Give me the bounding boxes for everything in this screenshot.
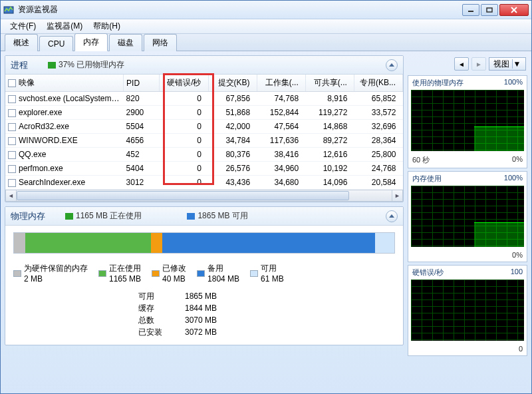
menu-monitor[interactable]: 监视器(M): [41, 19, 88, 33]
col-pid[interactable]: PID: [124, 75, 160, 92]
chevron-down-icon: ▼: [512, 59, 521, 69]
summary-row: 已安装3072 MB: [138, 326, 403, 338]
scroll-track[interactable]: [17, 190, 392, 201]
row-checkbox[interactable]: [8, 137, 16, 145]
table-row[interactable]: AcroRd32.exe5504042,00047,56414,86832,69…: [5, 120, 403, 134]
table-row[interactable]: WINWORD.EXE4656034,784117,63689,27228,36…: [5, 134, 403, 148]
legend-item: 可用61 MB: [250, 263, 284, 284]
physical-title: 物理内存: [11, 210, 45, 222]
table-row[interactable]: svchost.exe (LocalSystemN...820067,85674…: [5, 92, 403, 106]
graph-title: 硬错误/秒: [412, 268, 444, 278]
legend-item: 正在使用1165 MB: [98, 263, 141, 284]
usage-chip: [48, 62, 56, 69]
col-workingset[interactable]: 工作集(...: [257, 75, 305, 92]
scroll-left-arrow[interactable]: ◄: [6, 190, 17, 201]
svg-rect-2: [487, 8, 492, 12]
usage-text: 37% 已用物理内存: [59, 59, 124, 71]
tab-disk[interactable]: 磁盘: [109, 34, 142, 51]
maximize-button[interactable]: [481, 4, 498, 16]
table-header-row[interactable]: 映像 PID 硬错误/秒 提交(KB) 工作集(... 可共享(... 专用(K…: [5, 75, 403, 92]
graph-title: 使用的物理内存: [412, 78, 464, 88]
row-checkbox[interactable]: [8, 123, 16, 131]
memory-bar-segment: [375, 233, 394, 253]
graph-max: 100%: [504, 78, 523, 88]
tab-cpu[interactable]: CPU: [39, 36, 73, 51]
memory-bar-segment: [14, 233, 25, 253]
resource-monitor-window: 资源监视器 文件(F) 监视器(M) 帮助(H) 概述 CPU 内存 磁盘 网络…: [0, 0, 532, 394]
summary-row: 缓存1844 MB: [138, 302, 403, 314]
minimize-button[interactable]: [462, 4, 479, 16]
graph-foot-left: 60 秒: [412, 155, 430, 165]
graph-title: 内存使用: [412, 174, 442, 184]
processes-section: 进程 37% 已用物理内存 映像 PID 硬错误/秒 提交(KB) 工作集(..…: [5, 55, 404, 202]
physical-memory-section: 物理内存 1165 MB 正在使用 1865 MB 可用 为硬件保留的内存2 M…: [5, 206, 404, 345]
tabstrip: 概述 CPU 内存 磁盘 网络: [1, 34, 531, 51]
table-row[interactable]: SearchIndexer.exe3012043,43634,68014,096…: [5, 176, 403, 190]
col-commit[interactable]: 提交(KB): [208, 75, 257, 92]
memory-bar-segment: [162, 233, 375, 253]
memory-bar: [13, 232, 395, 254]
tab-network[interactable]: 网络: [144, 34, 177, 51]
checkbox-all[interactable]: [8, 79, 16, 87]
table-row[interactable]: QQ.exe452080,37638,41612,61625,800: [5, 148, 403, 162]
tab-overview[interactable]: 概述: [5, 34, 38, 51]
legend-item: 已修改40 MB: [152, 263, 186, 284]
graph-foot-right: 0%: [512, 155, 523, 165]
table-row[interactable]: perfmon.exe5404026,57634,96010,19224,768: [5, 162, 403, 176]
view-dropdown[interactable]: 视图 ▼: [489, 57, 526, 71]
process-table: 映像 PID 硬错误/秒 提交(KB) 工作集(... 可共享(... 专用(K…: [5, 75, 403, 190]
legend-item: 为硬件保留的内存2 MB: [13, 263, 88, 284]
row-checkbox[interactable]: [8, 179, 16, 187]
nav-prev-button[interactable]: ◄: [454, 57, 469, 71]
nav-next-button[interactable]: ►: [471, 57, 486, 71]
graph-box: 硬错误/秒1000: [408, 265, 527, 356]
summary-row: 可用1865 MB: [138, 290, 403, 302]
row-checkbox[interactable]: [8, 151, 16, 159]
memory-legend: 为硬件保留的内存2 MB正在使用1165 MB已修改40 MB备用1804 MB…: [5, 260, 403, 286]
graph-canvas: [411, 90, 524, 151]
scroll-thumb[interactable]: [17, 191, 349, 200]
graph-foot-right: 0%: [512, 251, 523, 259]
horizontal-scrollbar[interactable]: ◄ ►: [5, 190, 403, 202]
row-checkbox[interactable]: [8, 109, 16, 117]
processes-title: 进程: [11, 59, 28, 71]
right-toolbar: ◄ ► 视图 ▼: [408, 55, 527, 73]
close-button[interactable]: [499, 4, 529, 16]
tab-memory[interactable]: 内存: [74, 33, 108, 51]
col-private[interactable]: 专用(KB...: [354, 75, 402, 92]
inuse-chip: [65, 213, 73, 220]
collapse-button[interactable]: [386, 59, 398, 71]
col-hardfaults[interactable]: 硬错误/秒: [160, 75, 208, 92]
collapse-button-physical[interactable]: [386, 210, 398, 222]
summary-row: 总数3070 MB: [138, 314, 403, 326]
graph-box: 内存使用100%0%: [408, 171, 527, 262]
app-icon: [3, 5, 14, 15]
col-image[interactable]: 映像: [5, 75, 124, 92]
legend-item: 备用1804 MB: [197, 263, 239, 284]
table-row[interactable]: explorer.exe2900051,868152,844119,27233,…: [5, 106, 403, 120]
graph-max: 100%: [504, 174, 523, 184]
row-checkbox[interactable]: [8, 95, 16, 103]
row-checkbox[interactable]: [8, 165, 16, 173]
graph-box: 使用的物理内存100%60 秒0%: [408, 75, 527, 168]
memory-bar-segment: [25, 233, 151, 253]
menu-help[interactable]: 帮助(H): [88, 19, 126, 33]
memory-bar-segment: [151, 233, 162, 253]
window-title: 资源监视器: [18, 4, 462, 15]
graph-canvas: [411, 280, 524, 341]
graph-max: 100: [511, 268, 523, 278]
col-shareable[interactable]: 可共享(...: [305, 75, 354, 92]
inuse-text: 1165 MB 正在使用: [76, 210, 142, 222]
graph-canvas: [411, 186, 524, 247]
menu-file[interactable]: 文件(F): [5, 19, 41, 33]
view-label: 视图: [493, 59, 509, 70]
avail-text: 1865 MB 可用: [198, 210, 247, 222]
titlebar[interactable]: 资源监视器: [1, 1, 531, 19]
memory-summary: 可用1865 MB缓存1844 MB总数3070 MB已安装3072 MB: [5, 286, 403, 345]
graph-foot-right: 0: [519, 345, 523, 353]
scroll-right-arrow[interactable]: ►: [392, 190, 402, 201]
avail-chip: [187, 213, 195, 220]
menubar: 文件(F) 监视器(M) 帮助(H): [1, 19, 531, 34]
